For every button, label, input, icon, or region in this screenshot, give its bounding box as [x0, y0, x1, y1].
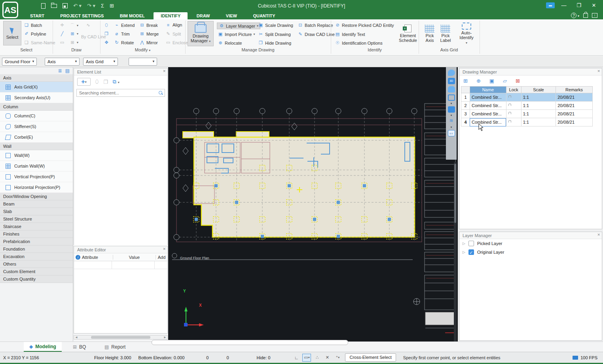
delete-element-icon[interactable]: ⬯: [95, 79, 99, 85]
picked-layer-row[interactable]: ▷ Picked Layer: [459, 239, 602, 248]
wireframe-view-icon[interactable]: [448, 94, 455, 101]
trim-button[interactable]: ⌀Trim: [114, 31, 130, 36]
scale-cell[interactable]: 1:1: [521, 110, 556, 118]
restore-button[interactable]: ❐: [573, 2, 585, 8]
element-schedule-button[interactable]: Element Schedule: [396, 21, 419, 46]
enclose-button[interactable]: ▭Enclose: [165, 40, 188, 45]
move-icon[interactable]: ✥: [104, 40, 109, 45]
scrollbar-thumb[interactable]: [454, 164, 456, 223]
drawing-row[interactable]: 3 Combined Str... 1:1 20/08/21: [461, 110, 593, 118]
sidebar-category-axis[interactable]: Axis: [0, 74, 73, 82]
merge-button[interactable]: ⊞Merge: [139, 31, 159, 36]
relocate-drawing-icon[interactable]: ⊕: [476, 78, 481, 84]
canvas-vertical-scrollbar[interactable]: [454, 162, 457, 341]
remarks-cell[interactable]: 20/08/21: [556, 93, 593, 102]
split-drawing-button[interactable]: ✂Split Drawing: [258, 32, 291, 37]
scroll-left-icon[interactable]: ◄: [75, 336, 78, 339]
drawing-row[interactable]: 2 Combined Str... 1:1 20/08/21: [461, 102, 593, 110]
hatch-grid2-icon[interactable]: ⊞: [70, 40, 75, 45]
close-button[interactable]: ✕: [588, 2, 600, 8]
sidebar-category-excavation[interactable]: Excavation: [0, 253, 73, 260]
sidebar-category-foundation[interactable]: Foundation: [0, 245, 73, 253]
batch-replace-button[interactable]: ⊡Batch Replace: [298, 23, 333, 28]
panel-horizontal-scrollbar[interactable]: ◄ ►: [74, 335, 168, 339]
auto-identify-button[interactable]: Auto-Identify▾: [454, 21, 479, 46]
select-button[interactable]: Select: [3, 21, 21, 45]
sidebar-category-prefabrication[interactable]: Prefabrication: [0, 238, 73, 245]
original-layer-row[interactable]: ▷ ✓ Original Layer: [459, 248, 602, 256]
sidebar-item-vertical-projection[interactable]: Vertical Projection(P): [0, 172, 73, 182]
search-element-input[interactable]: [76, 89, 165, 97]
pan-hand-icon[interactable]: [448, 86, 455, 92]
add-element-button[interactable]: + ▾: [77, 78, 91, 86]
scroll-right-icon[interactable]: ►: [163, 336, 167, 339]
scale-column-header[interactable]: Scale: [521, 87, 556, 93]
sidebar-item-stiffener[interactable]: Stiffener(S): [0, 121, 73, 132]
tab-bim-model[interactable]: BIM MODEL: [113, 12, 152, 20]
close-icon[interactable]: ✕: [163, 247, 166, 251]
identify-text-button[interactable]: ▤Identify Text: [335, 32, 365, 37]
chevron-down-icon[interactable]: ▾: [451, 126, 452, 128]
copy-element-icon[interactable]: ❐: [103, 79, 108, 85]
layers-stack-icon[interactable]: ≋: [448, 118, 455, 124]
3d-view-icon[interactable]: 3D: [448, 78, 455, 84]
restore-picked-cad-button[interactable]: ⊘Restore Picked CAD Entity: [335, 23, 394, 28]
rotate-button[interactable]: ↻Rotate: [114, 40, 134, 45]
paint-view-icon[interactable]: [448, 70, 455, 76]
copy-icon[interactable]: ❐: [104, 31, 109, 36]
sidebar-category-column[interactable]: Column: [0, 103, 73, 111]
attribute-empty-cell[interactable]: [74, 261, 112, 269]
sidebar-item-axis-grid[interactable]: Axis Grid(X): [0, 82, 73, 92]
align-button[interactable]: ≡Align: [165, 23, 182, 27]
scale-drawing-icon[interactable]: ▣: [489, 78, 494, 84]
tab-identify[interactable]: IDENTIFY: [154, 12, 188, 20]
tab-report[interactable]: ▤ Report: [99, 342, 131, 352]
sidebar-item-curtain-wall[interactable]: Curtain Wall(W): [0, 161, 73, 172]
rect-select-icon[interactable]: ▭▾: [302, 354, 311, 362]
tab-modeling[interactable]: ◆ Modeling: [24, 342, 62, 352]
sidebar-category-staircase[interactable]: Staircase: [0, 223, 73, 230]
remarks-cell[interactable]: 20/08/21: [556, 118, 593, 126]
sidebar-category-slab[interactable]: Slab: [0, 208, 73, 215]
tab-quantity[interactable]: QUANTITY: [246, 12, 282, 20]
scale-cell[interactable]: 1:1: [521, 118, 556, 126]
sidebar-category-wall[interactable]: Wall: [0, 143, 73, 150]
hatch-grid-icon[interactable]: ⊞: [70, 31, 75, 36]
line-icon[interactable]: ╱: [59, 31, 65, 36]
cross-mode-icon[interactable]: ✕: [323, 354, 332, 362]
drawing-name-cell[interactable]: Combined Str...: [470, 93, 506, 102]
lock-column-header[interactable]: Lock: [506, 87, 521, 93]
tree-panel-view-icon[interactable]: ▤: [65, 68, 70, 74]
pick-point-icon[interactable]: ⁺▾: [333, 354, 342, 362]
drawing-name-edit-cell[interactable]: Combined Str...: [470, 118, 506, 126]
add-drawing-icon[interactable]: ⊞: [463, 78, 468, 84]
layer-manager-button[interactable]: ⚙Layer Manager▾: [217, 23, 260, 29]
by-cad-line-button[interactable]: By CAD Line: [81, 34, 99, 39]
scale-cell[interactable]: 1:1: [521, 102, 556, 110]
remarks-cell[interactable]: 20/08/21: [556, 110, 593, 118]
solid-view-icon[interactable]: [448, 106, 455, 113]
batch-button[interactable]: ❏Batch: [24, 23, 42, 28]
picked-layer-checkbox[interactable]: [468, 241, 474, 246]
sidebar-category-custom-quantity[interactable]: Custom Quantity: [0, 275, 73, 283]
sidebar-item-wall[interactable]: Wall(W): [0, 150, 73, 161]
name-column-header[interactable]: Name: [470, 87, 506, 93]
polyline-button[interactable]: ✐Polyline: [24, 31, 46, 36]
drawing-name-cell[interactable]: Combined Str...: [470, 102, 506, 110]
chevron-down-icon[interactable]: ▾: [451, 115, 452, 116]
hide-drawing-button[interactable]: ❒Hide Drawing: [258, 40, 291, 45]
expand-icon[interactable]: ▷: [463, 250, 465, 254]
drawing-canvas[interactable]: Ground Floor Plan Y X 3D ▾ ▾ ≋ ▾ K K: [168, 67, 458, 341]
pick-label-button[interactable]: Pick Label: [438, 21, 453, 46]
identification-options-button[interactable]: ☉Identification Options: [335, 40, 383, 45]
feedback-chat-icon[interactable]: ▬: [546, 2, 555, 8]
drawing-row[interactable]: 1 Combined Str... 1:1 20/08/21: [461, 93, 593, 102]
ortho-mode-icon[interactable]: ∟: [292, 354, 301, 362]
remarks-cell[interactable]: 20/08/21: [556, 102, 593, 110]
draw-cad-line-button[interactable]: ✎Draw CAD Line: [298, 32, 335, 37]
rectangle-icon[interactable]: ▭: [59, 40, 65, 45]
sidebar-category-door-window[interactable]: Door/Window Opening: [0, 193, 73, 200]
snap-mode-icon[interactable]: ∴: [313, 354, 321, 362]
sidebar-item-horizontal-projection[interactable]: Horizontal Projection(P): [0, 182, 73, 193]
original-layer-checkbox[interactable]: ✓: [468, 249, 474, 255]
